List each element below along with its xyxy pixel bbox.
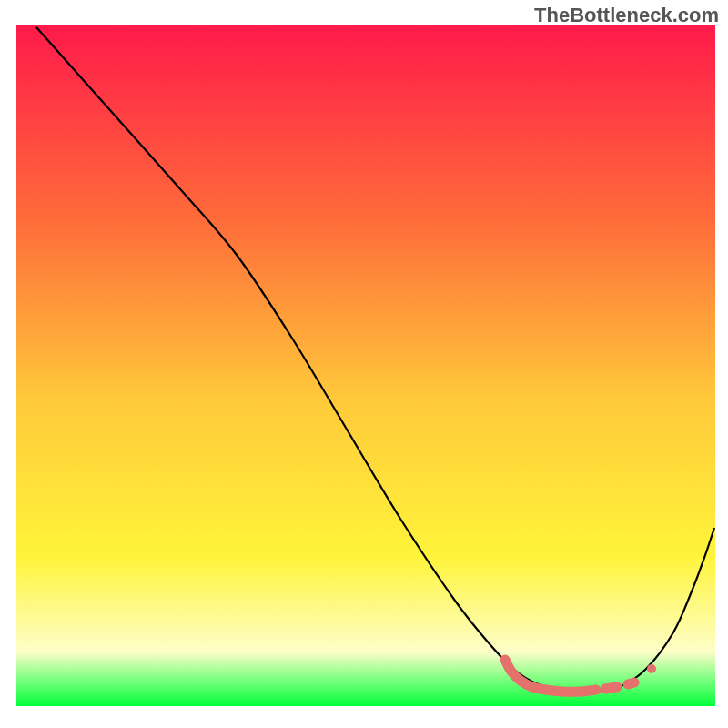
chart-background	[16, 25, 715, 706]
bottom-marker-dash1	[605, 687, 617, 689]
chart-container: TheBottleneck.com	[0, 0, 728, 728]
chart-svg	[0, 0, 728, 728]
watermark-text: TheBottleneck.com	[534, 4, 719, 27]
highlight-dot	[647, 664, 656, 673]
bottom-marker-dot	[628, 682, 634, 684]
